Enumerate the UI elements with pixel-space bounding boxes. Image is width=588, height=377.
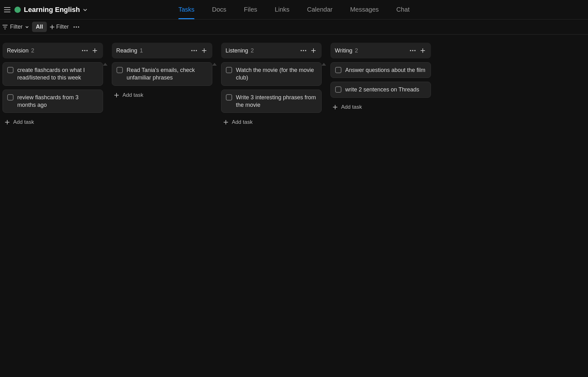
column-insert-indicator [212,63,217,66]
column-reading: Reading1Read Tania's emails, check unfam… [112,43,212,128]
column-title: Reading [116,47,137,54]
hamburger-icon [4,7,10,12]
column-add-button[interactable] [310,47,317,54]
column-count: 2 [251,47,254,54]
task-card[interactable]: Watch the movie (for the movie club) [221,62,322,86]
svg-point-6 [191,50,193,51]
tab-docs[interactable]: Docs [212,0,226,19]
task-card[interactable]: write 2 sentences on Threads [330,82,431,97]
task-title: Watch the movie (for the movie club) [236,66,317,82]
column-title: Revision [7,47,29,54]
svg-point-7 [193,50,195,51]
column-writing: Writing2Answer questions about the filmw… [330,43,431,128]
svg-point-3 [82,50,83,51]
more-icon [73,26,79,28]
svg-point-1 [76,26,77,28]
tab-tasks[interactable]: Tasks [178,0,194,19]
tab-chat[interactable]: Chat [396,0,410,19]
add-task-label: Add task [122,92,143,98]
column-header[interactable]: Listening2 [221,43,322,58]
add-filter-button[interactable]: Filter [50,24,69,30]
project-selector[interactable]: Learning English [14,6,87,14]
svg-point-2 [78,26,79,28]
svg-point-14 [414,50,416,51]
top-bar: Learning English TasksDocsFilesLinksCale… [0,0,588,19]
column-title: Listening [226,47,248,54]
nav-tabs: TasksDocsFilesLinksCalendarMessagesChat [178,0,410,19]
task-title: review flashcards from 3 months ago [17,94,98,109]
project-status-dot [14,7,21,13]
task-card[interactable]: create flashcards on what I read/listene… [3,62,103,86]
tab-messages[interactable]: Messages [350,0,379,19]
add-task-button[interactable]: Add task [112,90,212,101]
filter-label: Filter [10,24,23,30]
column-count: 1 [140,47,143,54]
filter-all-pill[interactable]: All [32,22,47,32]
task-title: write 2 sentences on Threads [345,86,419,93]
column-title: Writing [335,47,352,54]
project-title: Learning English [24,6,80,14]
column-add-button[interactable] [419,47,427,54]
tab-links[interactable]: Links [275,0,290,19]
chevron-down-icon [25,25,29,29]
column-listening: Listening2Watch the movie (for the movie… [221,43,322,128]
svg-point-4 [84,50,85,51]
svg-point-5 [86,50,88,51]
task-checkbox[interactable] [226,67,232,73]
task-title: Answer questions about the film [345,66,425,74]
task-checkbox[interactable] [226,94,232,101]
svg-point-12 [410,50,411,51]
add-filter-label: Filter [56,24,69,30]
kanban-board: Revision2create flashcards on what I rea… [0,35,588,128]
filter-dropdown[interactable]: Filter [3,24,29,30]
task-title: Write 3 interesting phrases from the mov… [236,94,317,109]
add-task-label: Add task [341,104,362,110]
column-more-button[interactable] [81,47,89,54]
add-task-button[interactable]: Add task [3,117,103,128]
add-task-label: Add task [13,119,34,125]
svg-point-9 [301,50,302,51]
column-insert-indicator [322,63,326,66]
column-header[interactable]: Writing2 [330,43,431,58]
menu-button[interactable] [1,4,13,16]
task-checkbox[interactable] [335,86,341,93]
column-more-button[interactable] [409,47,416,54]
svg-point-0 [74,26,75,28]
column-more-button[interactable] [190,47,198,54]
svg-point-11 [305,50,306,51]
filter-icon [3,25,8,29]
column-count: 2 [355,47,358,54]
task-title: create flashcards on what I read/listene… [17,66,98,82]
add-task-button[interactable]: Add task [330,101,431,113]
task-card[interactable]: Write 3 interesting phrases from the mov… [221,90,322,113]
column-add-button[interactable] [200,47,208,54]
task-card[interactable]: Answer questions about the film [330,62,431,78]
column-insert-indicator [103,63,107,66]
task-title: Read Tania's emails, check unfamiliar ph… [127,66,208,82]
task-checkbox[interactable] [7,67,14,73]
column-count: 2 [31,47,34,54]
task-checkbox[interactable] [7,94,14,101]
add-task-label: Add task [232,119,253,125]
task-checkbox[interactable] [335,67,341,73]
svg-point-10 [303,50,304,51]
tab-files[interactable]: Files [244,0,257,19]
filter-bar: Filter All Filter [0,19,588,35]
column-add-button[interactable] [91,47,99,54]
add-task-button[interactable]: Add task [221,117,322,128]
plus-icon [50,25,54,29]
filter-more-button[interactable] [72,23,81,31]
tab-calendar[interactable]: Calendar [307,0,333,19]
task-card[interactable]: review flashcards from 3 months ago [3,90,103,113]
column-header[interactable]: Revision2 [3,43,103,58]
svg-point-13 [412,50,413,51]
chevron-down-icon [83,8,87,12]
task-checkbox[interactable] [117,67,123,73]
svg-point-8 [196,50,197,51]
column-revision: Revision2create flashcards on what I rea… [3,43,103,128]
column-header[interactable]: Reading1 [112,43,212,58]
column-more-button[interactable] [300,47,307,54]
task-card[interactable]: Read Tania's emails, check unfamiliar ph… [112,62,212,86]
